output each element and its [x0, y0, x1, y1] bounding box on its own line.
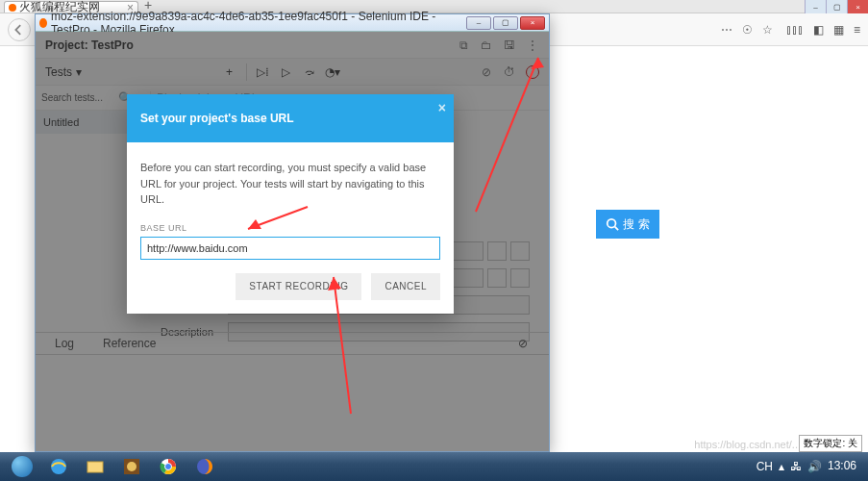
- hamburger-icon[interactable]: ≡: [854, 23, 860, 37]
- modal-close-icon[interactable]: ×: [438, 100, 446, 115]
- volume-icon[interactable]: 🔊: [807, 460, 822, 473]
- chrome-taskbar-icon[interactable]: [151, 454, 186, 479]
- ide-titlebar[interactable]: moz-extension://9e9a839a-ac4c-4de6-ab35-…: [36, 14, 549, 32]
- tray-up-icon[interactable]: ▴: [779, 460, 784, 473]
- library-icon[interactable]: ⫿⫿⫿: [786, 23, 804, 37]
- svg-point-0: [608, 219, 616, 228]
- base-url-label: BASE URL: [140, 223, 440, 233]
- firefox-menu: ⫿⫿⫿ ◧ ▦ ≡: [786, 23, 860, 37]
- modal-header: Set your project's base URL ×: [127, 94, 454, 142]
- modal-body-text: Before you can start recording, you must…: [140, 160, 440, 208]
- bookmark-icon[interactable]: ☆: [762, 23, 773, 37]
- numlock-indicator: 数字锁定: 关: [799, 435, 862, 452]
- explorer-taskbar-icon[interactable]: [78, 454, 112, 479]
- page-search-label: 搜 索: [623, 216, 649, 233]
- search-icon: [606, 217, 619, 231]
- sidebar-icon[interactable]: ◧: [813, 23, 824, 37]
- favicon-icon: [9, 4, 16, 12]
- window-minimize-button[interactable]: –: [805, 0, 826, 13]
- ide-favicon-icon: [39, 18, 47, 28]
- ime-indicator[interactable]: CH: [756, 460, 773, 473]
- network-icon[interactable]: 🖧: [790, 460, 802, 473]
- arrow-left-icon: [13, 24, 25, 36]
- svg-point-11: [127, 462, 136, 471]
- base-url-modal: Set your project's base URL × Before you…: [127, 94, 454, 314]
- page-search-button[interactable]: 搜 索: [596, 210, 659, 239]
- cancel-button[interactable]: CANCEL: [371, 273, 440, 300]
- system-tray[interactable]: CH ▴ 🖧 🔊 13:06: [756, 460, 864, 473]
- svg-point-13: [165, 464, 172, 470]
- window-maximize-button[interactable]: ▢: [826, 0, 847, 13]
- ide-minimize-button[interactable]: –: [466, 16, 491, 30]
- clock[interactable]: 13:06: [828, 460, 856, 472]
- watermark: https://blog.csdn.net/...: [694, 439, 801, 450]
- app-taskbar-icon[interactable]: [114, 454, 149, 479]
- ide-close-button[interactable]: ×: [520, 16, 545, 30]
- url-actions: ⋯ ☉ ☆: [721, 23, 773, 37]
- account-icon[interactable]: ▦: [833, 23, 844, 37]
- window-close-button[interactable]: ×: [847, 0, 868, 13]
- ie-taskbar-icon[interactable]: [41, 454, 76, 479]
- more-icon[interactable]: ⋯: [721, 23, 732, 37]
- svg-point-8: [51, 459, 66, 474]
- start-recording-button[interactable]: START RECORDING: [236, 273, 361, 300]
- firefox-taskbar-icon[interactable]: [187, 454, 222, 479]
- windows-taskbar: CH ▴ 🖧 🔊 13:06: [0, 452, 868, 481]
- reader-icon[interactable]: ☉: [742, 23, 753, 37]
- back-button[interactable]: [8, 18, 31, 41]
- svg-line-1: [615, 227, 619, 231]
- svg-rect-9: [87, 462, 103, 472]
- modal-title: Set your project's base URL: [140, 112, 294, 125]
- start-button[interactable]: [4, 454, 40, 479]
- base-url-input[interactable]: [140, 237, 440, 260]
- windows-logo-icon: [12, 456, 33, 477]
- window-controls: – ▢ ×: [805, 0, 868, 13]
- ide-maximize-button[interactable]: ▢: [493, 16, 518, 30]
